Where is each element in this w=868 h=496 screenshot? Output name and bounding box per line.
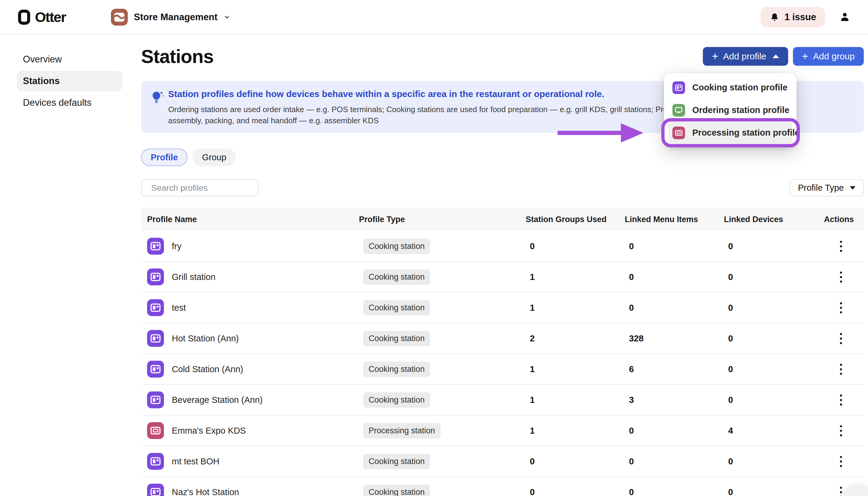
table-row[interactable]: mt test BOH Cooking station 0 0 0	[141, 446, 864, 477]
add-group-button[interactable]: + Add group	[793, 47, 864, 66]
linked-menu-items: 3	[625, 395, 724, 405]
station-groups-used: 1	[526, 395, 625, 405]
row-actions-button[interactable]	[837, 330, 845, 347]
workspace-switcher[interactable]: Store Management	[111, 9, 230, 26]
menu-item-ordering-station-profile[interactable]: Ordering station profile	[668, 99, 792, 121]
profile-type-filter[interactable]: Profile Type	[789, 179, 864, 197]
station-type-icon	[147, 299, 164, 316]
otter-logo-icon	[18, 10, 30, 25]
tab-profile[interactable]: Profile	[141, 149, 187, 166]
sidebar-item-devices-defaults[interactable]: Devices defaults	[17, 93, 122, 113]
account-button[interactable]	[838, 11, 851, 24]
column-header-linked-menu-items: Linked Menu Items	[625, 215, 724, 224]
row-actions-button[interactable]	[837, 361, 845, 378]
linked-menu-items: 6	[625, 364, 724, 374]
processing-station-icon	[672, 127, 685, 139]
table-row[interactable]: Hot Station (Ann) Cooking station 2 328 …	[141, 323, 864, 354]
linked-devices: 0	[724, 364, 824, 374]
station-type-icon	[147, 268, 164, 285]
linked-devices: 0	[724, 395, 824, 405]
otter-logo[interactable]: Otter	[18, 9, 66, 25]
table-row[interactable]: Naz's Hot Station Cooking station 0 0 0	[141, 477, 864, 496]
profile-name: Beverage Station (Ann)	[172, 395, 263, 405]
issues-button[interactable]: 1 issue	[760, 7, 825, 27]
sidebar-item-overview[interactable]: Overview	[17, 49, 122, 69]
stations-page: Otter Store Management 1 issue	[0, 0, 868, 496]
station-type-icon	[147, 361, 164, 377]
profiles-table: Profile Name Profile Type Station Groups…	[141, 207, 864, 496]
column-header-linked-devices: Linked Devices	[724, 215, 824, 224]
profile-type-badge: Cooking station	[363, 392, 430, 408]
profile-name: Naz's Hot Station	[172, 487, 239, 496]
menu-item-cooking-station-profile[interactable]: Cooking station profile	[668, 76, 792, 99]
station-groups-used: 1	[526, 272, 625, 282]
table-row[interactable]: test Cooking station 1 0 0	[141, 293, 864, 323]
profile-name: test	[172, 303, 186, 313]
page-title: Stations	[141, 46, 214, 67]
sidebar-item-stations[interactable]: Stations	[17, 71, 122, 91]
search-profiles-box[interactable]	[141, 179, 259, 197]
caret-down-icon	[850, 186, 855, 189]
row-actions-button[interactable]	[837, 299, 845, 316]
store-icon	[111, 9, 128, 26]
station-groups-used: 0	[526, 456, 625, 466]
table-row[interactable]: fry Cooking station 0 0 0	[141, 231, 864, 262]
station-groups-used: 0	[526, 242, 625, 251]
profile-name: mt test BOH	[172, 456, 219, 466]
row-actions-button[interactable]	[837, 268, 845, 286]
station-type-icon	[147, 422, 164, 439]
linked-devices: 0	[724, 487, 824, 496]
profile-type-badge: Cooking station	[363, 239, 430, 254]
column-header-actions: Actions	[824, 215, 858, 224]
person-icon	[838, 11, 851, 24]
linked-devices: 0	[724, 242, 824, 251]
station-groups-used: 2	[526, 334, 625, 343]
linked-devices: 0	[724, 334, 824, 343]
bell-icon	[770, 12, 780, 22]
sidebar: Overview Stations Devices defaults	[0, 35, 133, 496]
table-body: fry Cooking station 0 0 0 Grill station	[141, 231, 864, 496]
tab-group[interactable]: Group	[192, 149, 236, 166]
linked-menu-items: 0	[625, 242, 724, 251]
column-header-profile-name: Profile Name	[147, 215, 359, 224]
top-bar: Otter Store Management 1 issue	[0, 0, 868, 35]
row-actions-button[interactable]	[837, 484, 845, 496]
view-tabs: Profile Group	[141, 149, 864, 166]
add-profile-menu: Cooking station profile Ordering station…	[664, 73, 796, 148]
profile-type-badge: Cooking station	[363, 454, 430, 469]
linked-menu-items: 0	[625, 272, 724, 282]
profile-name: Emma's Expo KDS	[172, 426, 246, 436]
profile-type-badge: Cooking station	[363, 331, 430, 346]
profile-name: Grill station	[172, 272, 216, 282]
profile-type-badge: Cooking station	[363, 300, 430, 315]
brand-name: Otter	[35, 9, 66, 25]
add-profile-button[interactable]: + Add profile	[703, 47, 788, 66]
table-row[interactable]: Beverage Station (Ann) Cooking station 1…	[141, 385, 864, 416]
table-header: Profile Name Profile Type Station Groups…	[141, 207, 864, 231]
search-input[interactable]	[151, 183, 260, 193]
cooking-station-icon	[672, 81, 685, 94]
chevron-up-icon	[773, 55, 779, 58]
linked-menu-items: 0	[625, 303, 724, 313]
table-row[interactable]: Cold Station (Ann) Cooking station 1 6 0	[141, 354, 864, 385]
row-actions-button[interactable]	[837, 422, 845, 439]
table-row[interactable]: Grill station Cooking station 1 0 0	[141, 262, 864, 293]
station-groups-used: 0	[526, 487, 625, 496]
profile-type-badge: Cooking station	[363, 361, 430, 377]
station-type-icon	[147, 330, 164, 347]
menu-item-processing-station-profile[interactable]: Processing station profile	[668, 121, 792, 144]
table-row[interactable]: Emma's Expo KDS Processing station 1 0 4	[141, 416, 864, 446]
station-groups-used: 1	[526, 364, 625, 374]
profile-name: Cold Station (Ann)	[172, 364, 243, 374]
station-type-icon	[147, 238, 164, 254]
profile-type-badge: Cooking station	[363, 269, 430, 285]
ordering-station-icon	[672, 104, 685, 117]
linked-devices: 0	[724, 456, 824, 466]
linked-devices: 0	[724, 303, 824, 313]
row-actions-button[interactable]	[837, 391, 845, 408]
profile-name: fry	[172, 242, 182, 251]
linked-devices: 0	[724, 272, 824, 282]
row-actions-button[interactable]	[837, 453, 845, 470]
row-actions-button[interactable]	[837, 238, 845, 255]
profile-type-badge: Cooking station	[363, 484, 430, 496]
